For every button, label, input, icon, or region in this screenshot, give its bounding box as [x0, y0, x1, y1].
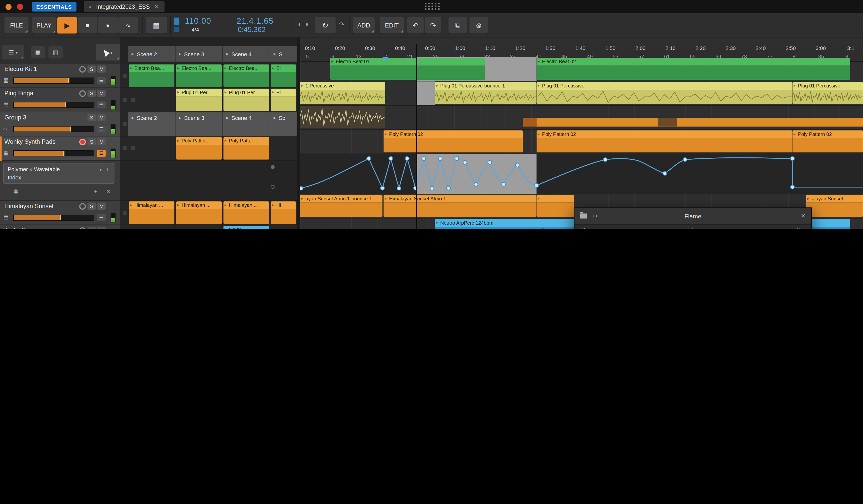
track-header-himalayan[interactable]: Himalayan Sunset SM ▤ ☰ [0, 201, 120, 225]
punch-out-icon[interactable]: ◗ [305, 20, 309, 28]
clip-stop-button[interactable] [120, 225, 128, 229]
volume-slider[interactable] [13, 102, 94, 108]
track-header-electro-kit[interactable]: Electro Kit 1 SM ▦ ☰ [0, 64, 120, 88]
group-clip-bar[interactable] [536, 118, 863, 126]
group-scene-cell[interactable]: ▸Sc [270, 112, 297, 136]
lane-automation[interactable] [300, 154, 863, 194]
track-name[interactable]: Plug Finga [4, 90, 34, 96]
lane-plug-finga[interactable]: 1 Percussive Plug 01 Percussive-bounce-1… [300, 81, 863, 106]
duplicate-button[interactable]: ⧉ [449, 17, 467, 34]
clip-stop-button[interactable] [120, 201, 128, 225]
metronome-icon[interactable] [174, 17, 179, 25]
lane-wonky-synth[interactable]: Poly Pattern 02 Poly Pattern 02 Poly Pat… [300, 130, 863, 154]
clip-himalayan[interactable]: Himalayan ... [129, 201, 174, 224]
automation-curve[interactable] [300, 154, 863, 194]
solo-button[interactable]: S [87, 203, 96, 210]
volume-slider[interactable] [13, 126, 94, 132]
window-close-button[interactable] [17, 3, 23, 10]
loop-toggle-button[interactable]: ↻ [315, 17, 336, 34]
time-selection[interactable] [416, 81, 435, 105]
arranger-clip[interactable]: alayan Sunset [806, 195, 863, 217]
track-name[interactable]: Wonky Synth Pads [4, 138, 55, 145]
clip-stop-button[interactable] [120, 64, 128, 88]
time-signature[interactable]: 4/4 [191, 26, 199, 33]
record-arm-button[interactable] [79, 203, 86, 210]
play-menu-button[interactable]: PLAY [32, 17, 56, 34]
arranger-clip[interactable]: Plug 01 Percussive [536, 82, 792, 104]
clip-plug[interactable]: Plug 01 Per... [223, 89, 269, 111]
solo-button[interactable]: S [87, 227, 96, 229]
solo-button[interactable]: S [87, 65, 96, 73]
group-waveform-clip[interactable] [300, 106, 385, 128]
arranger-clip[interactable]: Poly Pattern 02 [384, 130, 523, 152]
clip-launcher-toggle-button[interactable]: ▤ [146, 17, 167, 34]
follow-playhead-icon[interactable]: ↷ [339, 21, 344, 28]
lane-group3[interactable] [300, 106, 863, 130]
clip-stop-button[interactable] [120, 88, 128, 112]
pin-icon[interactable]: ⊤ [105, 166, 110, 174]
clip-electro[interactable]: El [271, 64, 296, 87]
clip-himalayan[interactable]: Himalayan ... [223, 201, 269, 224]
track-name[interactable]: Himalayan Sunset [4, 203, 54, 209]
track-menu-icon[interactable]: ☰ [97, 150, 106, 157]
mute-button[interactable]: M [98, 227, 106, 229]
undo-button[interactable]: ↶ [407, 17, 424, 34]
project-tab-close-icon[interactable]: ✕ [154, 3, 159, 10]
track-name[interactable]: Group 3 [4, 114, 26, 121]
record-arm-button[interactable] [79, 90, 86, 97]
group-scene-cell[interactable]: ▸Scene 2 [128, 112, 175, 136]
mute-button[interactable]: M [98, 138, 106, 146]
empty-clip-slot[interactable] [270, 136, 297, 161]
track-name[interactable]: Electro Kit 1 [4, 65, 37, 72]
track-header-audio3[interactable]: Audio 3 SM ∿ ☰ [0, 225, 120, 229]
clip-neutro[interactable]: Neutr... [223, 226, 269, 229]
clip-stop-button[interactable] [120, 136, 128, 161]
modulator-icon[interactable]: ✱ [13, 188, 19, 196]
clip-himalayan[interactable]: Hi [271, 201, 296, 224]
track-name[interactable]: Audio 3 [4, 227, 25, 229]
clip-electro[interactable]: Electro Bea... [223, 64, 269, 87]
delete-button[interactable]: ⊗ [470, 17, 488, 34]
mute-button[interactable]: M [98, 203, 106, 210]
arranger-clip[interactable]: Electro Beat 02 [536, 58, 850, 80]
mute-button[interactable]: M [98, 65, 106, 73]
scene-header[interactable]: ▸Scene 2 [128, 46, 175, 62]
mute-button[interactable]: M [98, 90, 106, 97]
solo-button[interactable]: S [87, 90, 96, 97]
automation-write-button[interactable]: ∿ [118, 17, 138, 34]
track-header-wonky-synth-pads[interactable]: Wonky Synth Pads SM ▦ ☰ [0, 136, 120, 161]
pointer-tool-button[interactable]: ▾ [96, 44, 120, 61]
arranger-clip[interactable]: Himalayan Sunset Atmo 1 [384, 195, 536, 217]
project-tab[interactable]: ▸Integrated2023_ESS✕ [84, 1, 164, 12]
groove-icon[interactable] [174, 27, 179, 32]
tempo-display[interactable]: 110.00 [185, 16, 211, 25]
clip-electro[interactable]: Electro Bea... [176, 64, 222, 87]
position-display[interactable]: 21.4.1.65 [237, 16, 274, 25]
punch-in-icon[interactable]: ◖ [297, 20, 301, 28]
volume-slider[interactable] [13, 78, 94, 84]
volume-slider[interactable] [13, 215, 94, 220]
clip-electro[interactable]: Electro Bea... [129, 64, 174, 87]
chevron-down-icon[interactable]: ▾ [100, 166, 102, 174]
arranger-clip[interactable]: Plug 01 Percussive [792, 82, 863, 104]
close-icon[interactable]: ✕ [801, 212, 805, 219]
track-menu-icon[interactable]: ☰ [97, 125, 106, 133]
group-scene-cell[interactable]: ▸Scene 3 [176, 112, 223, 136]
record-arm-button[interactable] [79, 138, 86, 145]
flame-ruler[interactable]: 0 1 2 [580, 225, 806, 229]
solo-button[interactable]: S [87, 138, 96, 146]
stop-button[interactable]: ■ [78, 17, 98, 34]
empty-clip-slot[interactable] [128, 136, 175, 161]
group-clip-fragment[interactable] [523, 118, 536, 126]
redo-button[interactable]: ↷ [425, 17, 441, 34]
clip-poly[interactable]: Poly Patter... [223, 137, 269, 160]
solo-button[interactable]: S [87, 114, 96, 121]
edit-menu-button[interactable]: EDIT [380, 17, 404, 34]
track-menu-icon[interactable]: ☰ [97, 101, 106, 109]
scene-header[interactable]: ▸S [270, 46, 297, 62]
rows-view-button[interactable]: ▥ [49, 46, 63, 58]
flame-titlebar[interactable]: ↦ Flame ✕ [574, 208, 811, 225]
track-list-menu-button[interactable]: ☰▾ [2, 45, 24, 60]
scene-header[interactable]: ▸Scene 3 [176, 46, 223, 62]
clip-himalayan[interactable]: Himalayan ... [176, 201, 222, 224]
